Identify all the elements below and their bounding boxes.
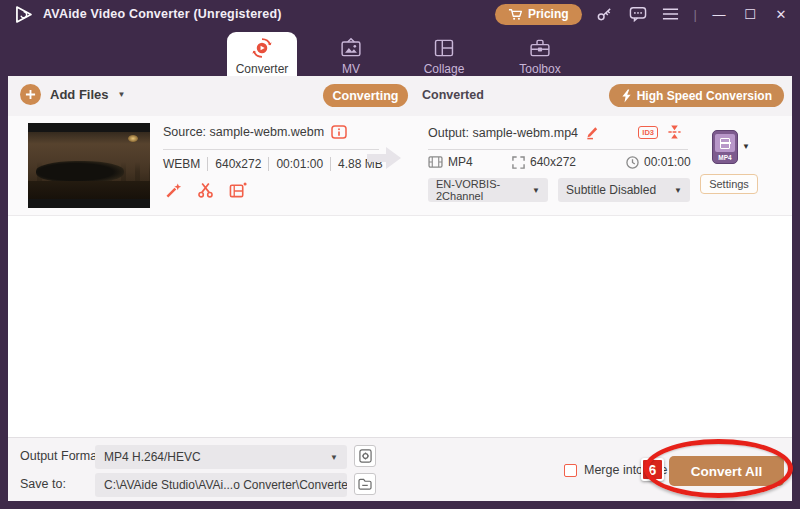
audio-track-value: EN-VORBIS-2Channel — [436, 178, 532, 202]
id3-tag-icon[interactable]: ID3 — [638, 126, 658, 139]
output-info: Output: sample-webm.mp4 ID3 — [420, 116, 692, 216]
register-key-icon[interactable] — [595, 4, 615, 24]
source-info: Source: sample-webm.webm WEBM 640x272 00… — [163, 116, 393, 216]
film-icon — [428, 156, 443, 168]
output-format-button[interactable]: MP4 — [712, 130, 738, 164]
output-filename: Output: sample-webm.mp4 — [428, 126, 578, 140]
resolution-icon — [512, 156, 525, 169]
output-resolution-value: 640x272 — [530, 155, 576, 169]
edit-wand-icon[interactable] — [165, 182, 182, 199]
settings-button[interactable]: Settings — [700, 174, 758, 194]
title-bar: AVAide Video Converter (Unregistered) Pr… — [0, 0, 800, 28]
source-metadata: WEBM 640x272 00:01:00 4.88 MB — [163, 157, 390, 171]
toolbox-icon — [528, 37, 552, 59]
add-files-label: Add Files — [50, 87, 109, 102]
video-thumbnail — [28, 123, 150, 208]
converting-label: Converting — [333, 89, 399, 103]
clock-icon — [626, 156, 639, 169]
collage-icon — [432, 37, 456, 59]
file-list-empty-area — [8, 217, 792, 437]
subtitle-value: Subtitle Disabled — [566, 183, 656, 197]
folder-icon — [358, 478, 372, 490]
pricing-label: Pricing — [528, 7, 569, 21]
close-button[interactable]: ✕ — [772, 7, 790, 22]
format-caret-icon[interactable]: ▼ — [742, 142, 750, 151]
high-speed-label: High Speed Conversion — [637, 89, 772, 103]
rename-pencil-icon[interactable] — [585, 125, 600, 140]
format-badge-label: MP4 — [715, 154, 735, 161]
pricing-button[interactable]: Pricing — [495, 4, 582, 25]
meta-duration: 00:01:00 — [269, 157, 331, 171]
main-tab-bar: Converter MV Collage — [0, 28, 800, 76]
output-duration-value: 00:01:00 — [644, 155, 691, 169]
lightning-icon — [621, 89, 632, 103]
thumbnail-art-lamp — [128, 135, 138, 142]
settings-label: Settings — [709, 178, 749, 190]
output-format-label: Output Format: — [20, 449, 104, 463]
info-icon[interactable] — [331, 125, 347, 139]
format-file-icon — [715, 134, 735, 152]
step-badge: 6 — [641, 458, 664, 481]
audio-track-dropdown[interactable]: EN-VORBIS-2Channel ▼ — [428, 178, 548, 202]
tab-mv[interactable]: MV — [320, 32, 382, 76]
app-logo-icon — [13, 4, 34, 25]
tab-converter[interactable]: Converter — [227, 32, 297, 76]
converted-tab[interactable]: Converted — [422, 88, 484, 102]
converting-tab[interactable]: Converting — [323, 84, 408, 107]
thumbnail-art-bed — [36, 161, 124, 183]
audio-caret-icon: ▼ — [532, 186, 540, 195]
mv-icon — [339, 37, 363, 59]
gear-file-icon — [359, 449, 372, 463]
cart-icon — [508, 8, 522, 21]
subtitle-dropdown[interactable]: Subtitle Disabled ▼ — [558, 178, 690, 202]
enhance-video-icon[interactable] — [229, 182, 247, 199]
high-speed-conversion-button[interactable]: High Speed Conversion — [609, 84, 784, 107]
titlebar-controls: Pricing | — ☐ — [495, 0, 790, 28]
feedback-icon[interactable] — [628, 4, 648, 24]
merge-checkbox[interactable] — [564, 464, 577, 477]
output-format-caret-icon: ▼ — [330, 453, 338, 462]
source-divider — [163, 149, 379, 150]
output-format-dropdown[interactable]: MP4 H.264/HEVC ▼ — [95, 445, 347, 469]
meta-resolution: 640x272 — [208, 157, 269, 171]
tab-toolbox[interactable]: Toolbox — [506, 32, 574, 76]
output-format-value: MP4 — [448, 155, 473, 169]
tab-toolbox-label: Toolbox — [519, 62, 560, 76]
output-format-dropdown-value: MP4 H.264/HEVC — [104, 450, 201, 464]
plus-icon — [20, 84, 41, 105]
content-area: Add Files ▼ Converting Converted High Sp… — [8, 76, 792, 501]
file-row: Source: sample-webm.webm WEBM 640x272 00… — [8, 116, 792, 216]
save-to-dropdown[interactable]: C:\AVAide Studio\AVAi...o Converter\Conv… — [95, 473, 347, 497]
output-format-item: MP4 — [428, 155, 473, 169]
minimize-button[interactable]: — — [710, 7, 728, 22]
convert-all-button[interactable]: Convert All — [669, 456, 784, 486]
converter-toolbar: Add Files ▼ Converting Converted High Sp… — [8, 76, 792, 116]
browse-folder-button[interactable] — [354, 473, 376, 495]
thumbnail-art-floor — [28, 181, 150, 199]
maximize-button[interactable]: ☐ — [741, 7, 759, 22]
menu-icon[interactable] — [661, 4, 681, 24]
format-settings-button[interactable] — [354, 445, 376, 467]
tab-mv-label: MV — [342, 62, 360, 76]
bottom-bar: Output Format: MP4 H.264/HEVC ▼ Save to:… — [8, 437, 792, 501]
subtitle-caret-icon: ▼ — [674, 186, 682, 195]
tab-converter-label: Converter — [236, 62, 289, 76]
output-duration-item: 00:01:00 — [626, 155, 691, 169]
add-files-caret-icon[interactable]: ▼ — [118, 90, 126, 99]
window-title: AVAide Video Converter (Unregistered) — [43, 7, 282, 21]
add-files-button[interactable]: Add Files ▼ — [20, 84, 125, 105]
output-divider — [428, 149, 688, 150]
tab-collage[interactable]: Collage — [411, 32, 477, 76]
source-filename: Source: sample-webm.webm — [163, 125, 324, 139]
converter-icon — [250, 37, 274, 59]
converted-label: Converted — [422, 88, 484, 102]
arrow-right-icon — [366, 146, 402, 170]
cut-scissors-icon[interactable] — [197, 182, 214, 199]
save-to-label: Save to: — [20, 477, 66, 491]
titlebar-separator: | — [694, 7, 697, 22]
meta-format: WEBM — [163, 157, 208, 171]
app-window: AVAide Video Converter (Unregistered) Pr… — [0, 0, 800, 509]
save-to-value: C:\AVAide Studio\AVAi...o Converter\Conv… — [104, 478, 347, 492]
compress-icon[interactable] — [667, 124, 682, 140]
output-resolution-item: 640x272 — [512, 155, 576, 169]
